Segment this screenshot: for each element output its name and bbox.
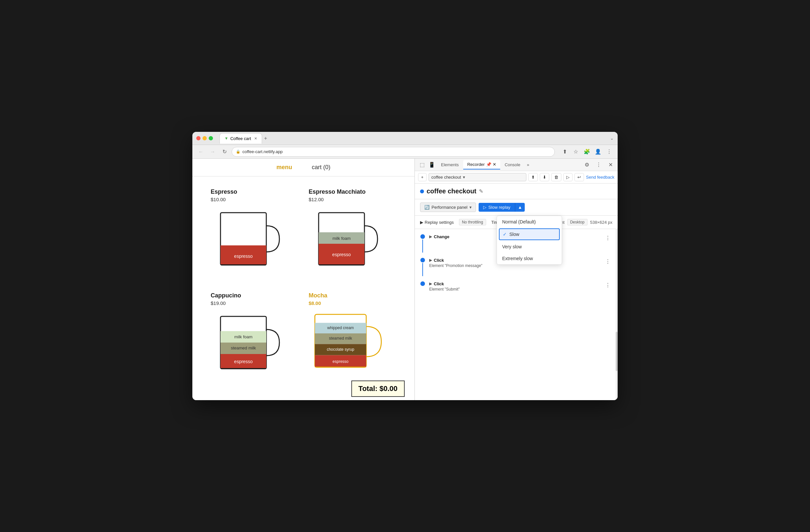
add-recording-button[interactable]: + <box>418 173 426 181</box>
step-menu-button[interactable]: ⋮ <box>603 258 612 265</box>
step-connector <box>420 281 425 286</box>
devtools-panel: ⬚ 📱 Elements Recorder 📌 ✕ Console » ⚙ ⋮ <box>415 159 618 400</box>
coffee-item-name: Espresso <box>211 189 298 195</box>
total-bar: Total: $0.00 <box>351 381 405 397</box>
coffee-item-mocha[interactable]: Mocha $8.00 espresso <box>304 287 402 394</box>
more-tabs-icon[interactable]: » <box>525 162 531 167</box>
delete-recording-button[interactable]: 🗑 <box>551 173 561 181</box>
scrollbar-track[interactable] <box>616 229 618 400</box>
inspect-element-button[interactable]: ⬚ <box>418 160 426 170</box>
svg-text:espresso: espresso <box>234 254 253 259</box>
coffee-item-name: Cappucino <box>211 292 298 299</box>
coffee-item-name: Espresso Macchiato <box>309 189 396 195</box>
step-menu-button[interactable]: ⋮ <box>603 281 612 289</box>
coffee-nav: menu cart (0) <box>192 159 415 177</box>
speed-dropdown: Normal (Default) ✓ Slow Very slow Extrem… <box>497 215 562 265</box>
replay-settings-label[interactable]: ▶ Replay settings <box>420 220 454 225</box>
lock-icon: 🔒 <box>236 149 241 154</box>
extensions-button[interactable]: 🧩 <box>582 147 592 156</box>
step-line <box>422 240 423 253</box>
bookmark-button[interactable]: ☆ <box>571 147 580 156</box>
upload-button[interactable]: ⬆ <box>528 173 538 181</box>
tab-recorder-label: Recorder <box>467 162 485 167</box>
speed-option-slow[interactable]: ✓ Slow <box>499 228 560 240</box>
coffee-nav-cart[interactable]: cart (0) <box>312 164 330 171</box>
coffee-item-espresso[interactable]: Espresso $10.00 espresso <box>206 183 304 287</box>
refresh-button[interactable]: ↻ <box>220 147 229 156</box>
close-traffic-light[interactable] <box>196 136 200 140</box>
svg-text:chocolate syrup: chocolate syrup <box>326 347 354 351</box>
more-button[interactable]: ⋮ <box>604 147 614 156</box>
total-text: Total: $0.00 <box>359 384 398 393</box>
send-feedback-link[interactable]: Send feedback <box>586 175 614 180</box>
start-replay-button[interactable]: ▷ <box>563 173 572 181</box>
slow-replay-button[interactable]: ▷ Slow replay <box>479 203 515 212</box>
svg-text:milk foam: milk foam <box>234 334 253 339</box>
tab-close-icon[interactable]: ✕ <box>254 136 257 141</box>
perf-panel-label: Performance panel <box>432 205 468 210</box>
tab-recorder[interactable]: Recorder 📌 ✕ <box>463 160 500 170</box>
step-expand-icon[interactable]: ▶ <box>429 258 432 262</box>
svg-text:steamed milk: steamed milk <box>329 336 352 341</box>
back-button[interactable]: ← <box>196 147 206 156</box>
replay-controls: 🔄 Performance panel ▾ ▷ Slow replay ▲ No… <box>415 199 618 215</box>
window-controls-right: ⌄ <box>610 136 614 141</box>
speed-option-slow-label: Slow <box>509 232 519 237</box>
coffee-item-price: $12.00 <box>309 197 396 202</box>
svg-text:milk foam: milk foam <box>333 236 351 241</box>
speed-option-normal[interactable]: Normal (Default) <box>497 216 562 228</box>
step-dot <box>420 234 425 239</box>
coffee-item-name: Mocha <box>309 292 396 299</box>
speed-option-extremely-slow[interactable]: Extremely slow <box>497 253 562 264</box>
step-dot <box>420 258 425 262</box>
speed-check-icon: ✓ <box>503 232 507 237</box>
step-menu-button[interactable]: ⋮ <box>603 234 612 242</box>
share-button[interactable]: ⬆ <box>560 147 569 156</box>
step-action-text: Click <box>434 281 444 286</box>
coffee-item-cappucino[interactable]: Cappucino $19.00 espresso steamed milk <box>206 287 304 394</box>
download-button[interactable]: ⬇ <box>540 173 549 181</box>
edit-recording-name-button[interactable]: ✎ <box>479 188 483 194</box>
traffic-lights <box>196 136 213 140</box>
step-click-submit: ▶ Click Element "Submit" ⋮ <box>415 279 618 294</box>
step-expand-icon[interactable]: ▶ <box>429 235 432 239</box>
performance-panel-button[interactable]: 🔄 Performance panel ▾ <box>420 203 476 212</box>
step-connector <box>420 234 425 253</box>
address-text: coffee-cart.netlify.app <box>242 149 551 154</box>
content-area: menu cart (0) Espresso $10.00 <box>192 159 618 400</box>
device-toggle-button[interactable]: 📱 <box>427 160 436 170</box>
speed-option-very-slow[interactable]: Very slow <box>497 241 562 253</box>
new-tab-button[interactable]: + <box>264 135 267 141</box>
title-bar: ▼ Coffee cart ✕ + ⌄ <box>192 132 618 145</box>
active-tab[interactable]: ▼ Coffee cart ✕ <box>220 133 262 144</box>
forward-button[interactable]: → <box>208 147 217 156</box>
tab-console-label: Console <box>505 162 520 167</box>
svg-rect-9 <box>319 264 364 265</box>
no-throttling-tag: No throttling <box>459 219 486 225</box>
step-detail-text: Element "Submit" <box>429 287 599 291</box>
step-expand-icon[interactable]: ▶ <box>429 282 432 286</box>
coffee-item-price: $8.00 <box>309 300 396 306</box>
tab-console[interactable]: Console <box>501 160 524 169</box>
coffee-nav-menu[interactable]: menu <box>276 164 292 171</box>
viewport-label: 538×624 px <box>590 220 612 225</box>
scrollbar-thumb[interactable] <box>616 332 618 371</box>
replay-settings-text: Replay settings <box>425 220 454 225</box>
nav-actions: ⬆ ☆ 🧩 👤 ⋮ <box>560 147 614 156</box>
recording-dropdown-icon[interactable]: ▾ <box>463 175 465 180</box>
slow-replay-icon: ▷ <box>483 205 486 210</box>
undo-button[interactable]: ↩ <box>574 173 584 181</box>
recorder-name-bar: coffee checkout ✎ <box>415 183 618 199</box>
tab-elements[interactable]: Elements <box>437 160 463 169</box>
address-bar[interactable]: 🔒 coffee-cart.netlify.app <box>232 147 555 157</box>
devtools-more-button[interactable]: ⋮ <box>594 160 603 170</box>
coffee-item-macchiato[interactable]: Espresso Macchiato $12.00 espresso milk … <box>304 183 402 287</box>
slow-replay-dropdown-button[interactable]: ▲ <box>515 203 525 212</box>
recorder-tab-close-icon[interactable]: ✕ <box>493 162 496 167</box>
maximize-traffic-light[interactable] <box>209 136 213 140</box>
perf-panel-icon: 🔄 <box>424 205 430 210</box>
devtools-close-button[interactable]: ✕ <box>606 160 615 170</box>
devtools-settings-button[interactable]: ⚙ <box>582 160 592 170</box>
minimize-traffic-light[interactable] <box>202 136 207 140</box>
profile-button[interactable]: 👤 <box>594 147 603 156</box>
